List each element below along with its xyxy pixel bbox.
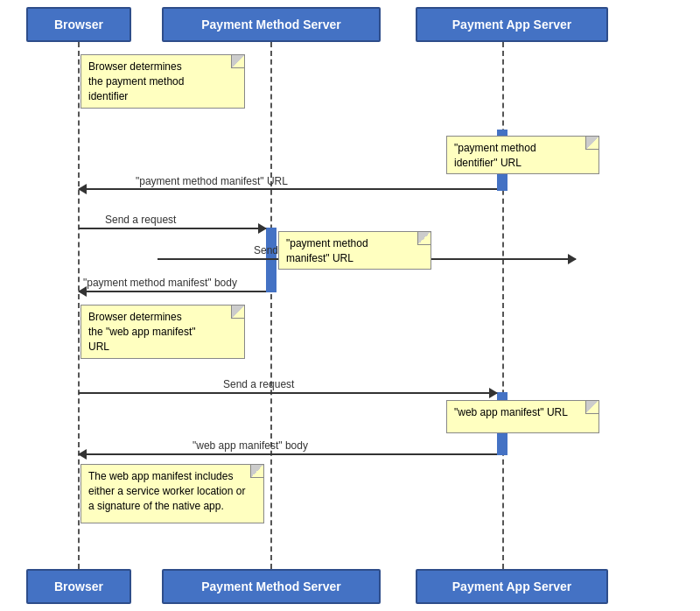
browser-actor-top: Browser bbox=[26, 7, 131, 42]
arrow-web-app-manifest-body-label: "web app manifest" body bbox=[192, 439, 308, 452]
payment-app-server-actor-bottom: Payment App Server bbox=[416, 569, 608, 604]
arrow-send-request-1-label: Send a request bbox=[105, 214, 176, 226]
payment-method-lifeline bbox=[270, 42, 272, 569]
note-browser-determines-web-app-manifest: Browser determinesthe "web app manifest"… bbox=[80, 305, 245, 359]
arrow-web-app-manifest-body bbox=[79, 453, 497, 455]
arrow-payment-method-manifest-url-label: "payment method manifest" URL bbox=[136, 175, 288, 187]
note-payment-method-identifier-url: "payment methodidentifier" URL bbox=[446, 136, 599, 174]
arrow-send-request-1 bbox=[79, 228, 266, 229]
arrow-send-request-2 bbox=[79, 392, 497, 394]
arrow-payment-method-manifest-url bbox=[79, 188, 497, 190]
arrow-payment-method-manifest-body-label: "payment method manifest" body bbox=[83, 277, 237, 289]
browser-actor-bottom: Browser bbox=[26, 569, 131, 604]
note-browser-determines-payment-method: Browser determinesthe payment methodiden… bbox=[80, 54, 245, 109]
sequence-diagram: Browser Payment Method Server Payment Ap… bbox=[0, 0, 700, 611]
payment-app-server-actor-top: Payment App Server bbox=[416, 7, 608, 42]
browser-lifeline bbox=[78, 42, 80, 569]
activation-bar-payment-method-1 bbox=[266, 228, 276, 292]
payment-method-server-actor-top: Payment Method Server bbox=[162, 7, 381, 42]
payment-app-lifeline bbox=[502, 42, 504, 569]
payment-method-server-actor-bottom: Payment Method Server bbox=[162, 569, 381, 604]
arrow-payment-method-manifest-body bbox=[79, 291, 266, 292]
note-web-app-manifest-description: The web app manifest includeseither a se… bbox=[80, 464, 264, 523]
arrow-send-request-2-label: Send a request bbox=[223, 378, 294, 390]
note-web-app-manifest-url: "web app manifest" URL bbox=[446, 400, 599, 433]
note-payment-method-manifest-url-2: "payment methodmanifest" URL bbox=[278, 231, 431, 270]
